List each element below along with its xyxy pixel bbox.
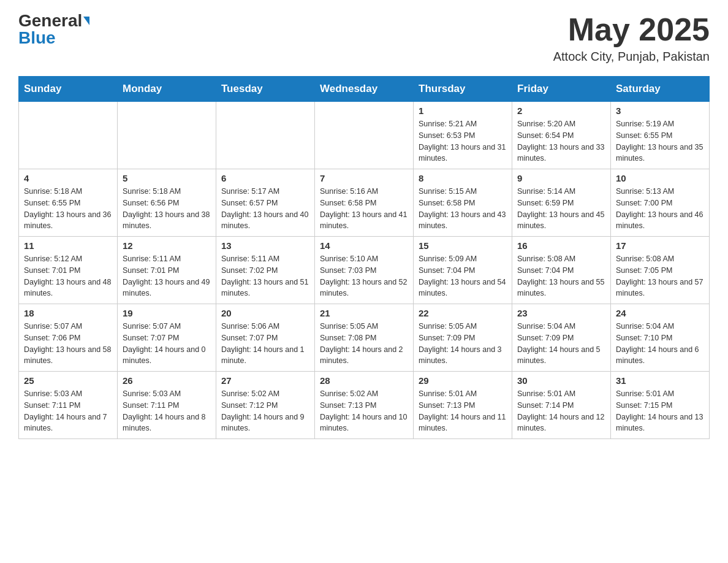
calendar-cell: 26Sunrise: 5:03 AMSunset: 7:11 PMDayligh…	[118, 372, 216, 439]
day-number: 10	[616, 173, 704, 183]
day-info: Sunrise: 5:07 AMSunset: 7:07 PMDaylight:…	[123, 321, 211, 367]
calendar-cell: 18Sunrise: 5:07 AMSunset: 7:06 PMDayligh…	[19, 304, 118, 372]
calendar-cell: 12Sunrise: 5:11 AMSunset: 7:01 PMDayligh…	[118, 237, 216, 304]
calendar-cell: 13Sunrise: 5:11 AMSunset: 7:02 PMDayligh…	[216, 237, 315, 304]
calendar-cell: 9Sunrise: 5:14 AMSunset: 6:59 PMDaylight…	[512, 169, 611, 237]
logo-blue-text: Blue	[18, 29, 56, 47]
day-info: Sunrise: 5:20 AMSunset: 6:54 PMDaylight:…	[517, 118, 605, 164]
day-number: 12	[123, 240, 211, 251]
location-text: Attock City, Punjab, Pakistan	[553, 50, 710, 64]
calendar-cell: 21Sunrise: 5:05 AMSunset: 7:08 PMDayligh…	[315, 304, 414, 372]
day-info: Sunrise: 5:15 AMSunset: 6:58 PMDaylight:…	[419, 186, 507, 232]
calendar-cell: 16Sunrise: 5:08 AMSunset: 7:04 PMDayligh…	[512, 237, 611, 304]
calendar-cell	[19, 102, 118, 169]
day-info: Sunrise: 5:07 AMSunset: 7:06 PMDaylight:…	[24, 321, 112, 367]
logo-general-text: General	[18, 12, 82, 29]
calendar-day-header: Wednesday	[315, 77, 414, 102]
calendar-cell: 7Sunrise: 5:16 AMSunset: 6:58 PMDaylight…	[315, 169, 414, 237]
day-info: Sunrise: 5:01 AMSunset: 7:15 PMDaylight:…	[616, 388, 704, 434]
day-number: 27	[221, 375, 309, 386]
calendar-cell: 27Sunrise: 5:02 AMSunset: 7:12 PMDayligh…	[216, 372, 315, 439]
day-info: Sunrise: 5:16 AMSunset: 6:58 PMDaylight:…	[320, 186, 408, 232]
calendar-table: SundayMondayTuesdayWednesdayThursdayFrid…	[18, 76, 710, 439]
day-number: 20	[221, 308, 309, 318]
day-number: 29	[419, 375, 507, 386]
calendar-cell: 15Sunrise: 5:09 AMSunset: 7:04 PMDayligh…	[414, 237, 512, 304]
day-info: Sunrise: 5:08 AMSunset: 7:04 PMDaylight:…	[517, 253, 605, 299]
page-header: General Blue May 2025 Attock City, Punja…	[18, 12, 710, 64]
day-info: Sunrise: 5:05 AMSunset: 7:08 PMDaylight:…	[320, 321, 408, 367]
calendar-cell: 19Sunrise: 5:07 AMSunset: 7:07 PMDayligh…	[118, 304, 216, 372]
calendar-cell: 23Sunrise: 5:04 AMSunset: 7:09 PMDayligh…	[512, 304, 611, 372]
month-title: May 2025	[553, 12, 710, 47]
day-info: Sunrise: 5:19 AMSunset: 6:55 PMDaylight:…	[616, 118, 704, 164]
day-number: 21	[320, 308, 408, 318]
day-number: 18	[24, 308, 112, 318]
calendar-cell	[118, 102, 216, 169]
day-number: 15	[419, 240, 507, 251]
day-info: Sunrise: 5:13 AMSunset: 7:00 PMDaylight:…	[616, 186, 704, 232]
calendar-cell: 25Sunrise: 5:03 AMSunset: 7:11 PMDayligh…	[19, 372, 118, 439]
day-number: 14	[320, 240, 408, 251]
day-number: 1	[419, 105, 507, 116]
calendar-week-row: 18Sunrise: 5:07 AMSunset: 7:06 PMDayligh…	[19, 304, 710, 372]
day-info: Sunrise: 5:18 AMSunset: 6:56 PMDaylight:…	[123, 186, 211, 232]
calendar-week-row: 25Sunrise: 5:03 AMSunset: 7:11 PMDayligh…	[19, 372, 710, 439]
day-number: 2	[517, 105, 605, 116]
day-info: Sunrise: 5:21 AMSunset: 6:53 PMDaylight:…	[419, 118, 507, 164]
calendar-cell: 20Sunrise: 5:06 AMSunset: 7:07 PMDayligh…	[216, 304, 315, 372]
calendar-day-header: Saturday	[611, 77, 710, 102]
day-info: Sunrise: 5:12 AMSunset: 7:01 PMDaylight:…	[24, 253, 112, 299]
calendar-cell: 1Sunrise: 5:21 AMSunset: 6:53 PMDaylight…	[414, 102, 512, 169]
day-info: Sunrise: 5:02 AMSunset: 7:13 PMDaylight:…	[320, 388, 408, 434]
calendar-header-row: SundayMondayTuesdayWednesdayThursdayFrid…	[19, 77, 710, 102]
calendar-cell	[315, 102, 414, 169]
calendar-week-row: 4Sunrise: 5:18 AMSunset: 6:55 PMDaylight…	[19, 169, 710, 237]
day-number: 7	[320, 173, 408, 183]
calendar-day-header: Tuesday	[216, 77, 315, 102]
day-info: Sunrise: 5:11 AMSunset: 7:02 PMDaylight:…	[221, 253, 309, 299]
day-info: Sunrise: 5:06 AMSunset: 7:07 PMDaylight:…	[221, 321, 309, 367]
day-info: Sunrise: 5:02 AMSunset: 7:12 PMDaylight:…	[221, 388, 309, 434]
calendar-cell: 2Sunrise: 5:20 AMSunset: 6:54 PMDaylight…	[512, 102, 611, 169]
logo-arrow-icon	[83, 17, 89, 25]
day-number: 23	[517, 308, 605, 318]
day-number: 8	[419, 173, 507, 183]
day-number: 3	[616, 105, 704, 116]
day-number: 13	[221, 240, 309, 251]
day-info: Sunrise: 5:04 AMSunset: 7:09 PMDaylight:…	[517, 321, 605, 367]
calendar-cell: 3Sunrise: 5:19 AMSunset: 6:55 PMDaylight…	[611, 102, 710, 169]
day-number: 4	[24, 173, 112, 183]
day-info: Sunrise: 5:03 AMSunset: 7:11 PMDaylight:…	[24, 388, 112, 434]
calendar-day-header: Monday	[118, 77, 216, 102]
day-info: Sunrise: 5:05 AMSunset: 7:09 PMDaylight:…	[419, 321, 507, 367]
day-info: Sunrise: 5:01 AMSunset: 7:13 PMDaylight:…	[419, 388, 507, 434]
day-info: Sunrise: 5:08 AMSunset: 7:05 PMDaylight:…	[616, 253, 704, 299]
calendar-week-row: 1Sunrise: 5:21 AMSunset: 6:53 PMDaylight…	[19, 102, 710, 169]
calendar-day-header: Sunday	[19, 77, 118, 102]
calendar-cell: 14Sunrise: 5:10 AMSunset: 7:03 PMDayligh…	[315, 237, 414, 304]
day-number: 5	[123, 173, 211, 183]
calendar-cell: 24Sunrise: 5:04 AMSunset: 7:10 PMDayligh…	[611, 304, 710, 372]
title-block: May 2025 Attock City, Punjab, Pakistan	[553, 12, 710, 64]
day-number: 9	[517, 173, 605, 183]
day-number: 16	[517, 240, 605, 251]
calendar-cell: 22Sunrise: 5:05 AMSunset: 7:09 PMDayligh…	[414, 304, 512, 372]
day-info: Sunrise: 5:09 AMSunset: 7:04 PMDaylight:…	[419, 253, 507, 299]
day-number: 24	[616, 308, 704, 318]
day-info: Sunrise: 5:01 AMSunset: 7:14 PMDaylight:…	[517, 388, 605, 434]
calendar-cell: 11Sunrise: 5:12 AMSunset: 7:01 PMDayligh…	[19, 237, 118, 304]
calendar-cell: 8Sunrise: 5:15 AMSunset: 6:58 PMDaylight…	[414, 169, 512, 237]
calendar-cell: 31Sunrise: 5:01 AMSunset: 7:15 PMDayligh…	[611, 372, 710, 439]
day-number: 19	[123, 308, 211, 318]
day-number: 6	[221, 173, 309, 183]
calendar-cell	[216, 102, 315, 169]
day-number: 28	[320, 375, 408, 386]
calendar-cell: 5Sunrise: 5:18 AMSunset: 6:56 PMDaylight…	[118, 169, 216, 237]
day-info: Sunrise: 5:10 AMSunset: 7:03 PMDaylight:…	[320, 253, 408, 299]
calendar-week-row: 11Sunrise: 5:12 AMSunset: 7:01 PMDayligh…	[19, 237, 710, 304]
logo: General Blue	[18, 12, 89, 47]
day-number: 26	[123, 375, 211, 386]
day-number: 25	[24, 375, 112, 386]
day-number: 11	[24, 240, 112, 251]
